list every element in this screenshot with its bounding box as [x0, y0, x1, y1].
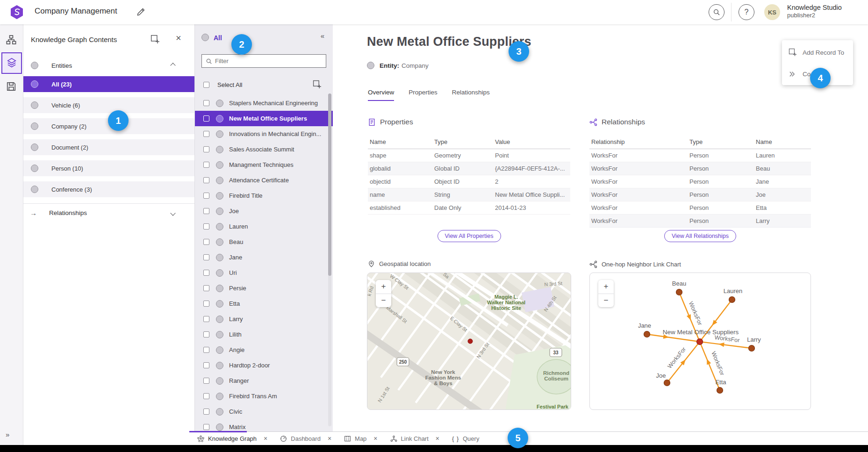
zoom-in-button[interactable]: +: [376, 280, 391, 294]
item-checkbox[interactable]: [203, 347, 209, 353]
one-hop-link-chart[interactable]: WorksForWorksForWorksForWorksForBeauLaur…: [589, 273, 811, 410]
item-checkbox[interactable]: [203, 409, 209, 415]
entity-list-item[interactable]: Uri: [195, 265, 333, 280]
entity-list-item[interactable]: Firebird Title: [195, 188, 333, 203]
entity-type-row[interactable]: Conference (3): [23, 181, 194, 197]
entity-list-item[interactable]: Lauren: [195, 219, 333, 234]
item-checkbox[interactable]: [203, 270, 209, 276]
geospatial-map[interactable]: 25033k RdW Clay StSaN 3rd StN 4th StMagg…: [367, 273, 571, 410]
zoom-out-button[interactable]: −: [376, 294, 391, 308]
record-tab[interactable]: Relationships: [452, 89, 490, 101]
entity-list-item[interactable]: Etta: [195, 296, 333, 311]
item-checkbox[interactable]: [203, 223, 209, 230]
view-tab[interactable]: { } Query ×: [452, 435, 479, 442]
item-checkbox[interactable]: [203, 162, 209, 168]
close-icon[interactable]: ×: [176, 33, 181, 43]
collapse-panel-icon[interactable]: «: [321, 32, 324, 40]
entity-list-item[interactable]: Beau: [195, 234, 333, 250]
item-checkbox[interactable]: [203, 393, 209, 399]
entity-type-row[interactable]: Person (10): [23, 160, 194, 176]
view-tab[interactable]: Link Chart ×: [390, 435, 444, 442]
entity-list-item[interactable]: Jane: [195, 250, 333, 265]
item-checkbox[interactable]: [203, 239, 209, 245]
item-checkbox[interactable]: [203, 100, 209, 106]
search-icon[interactable]: [709, 4, 725, 20]
item-checkbox[interactable]: [203, 254, 209, 260]
item-checkbox[interactable]: [203, 131, 209, 137]
close-tab-icon[interactable]: ×: [373, 435, 377, 442]
relationship-link[interactable]: WorksFor: [589, 188, 688, 201]
entity-list-item[interactable]: Firebird Trans Am: [195, 388, 333, 404]
relationships-group-header[interactable]: → Relationships: [23, 203, 194, 222]
entity-list-item[interactable]: Hardtop 2-door: [195, 358, 333, 373]
relationship-name-link[interactable]: Larry: [754, 215, 811, 228]
view-all-properties-button[interactable]: View All Properties: [438, 230, 501, 242]
close-tab-icon[interactable]: ×: [328, 435, 331, 442]
item-checkbox[interactable]: [203, 362, 209, 368]
relationship-name-link[interactable]: Jane: [754, 175, 811, 188]
item-checkbox[interactable]: [203, 331, 209, 337]
save-icon[interactable]: [6, 81, 17, 93]
entity-list-item[interactable]: Matrix: [195, 419, 333, 431]
entity-list-item[interactable]: Joe: [195, 203, 333, 219]
item-checkbox[interactable]: [203, 301, 209, 307]
zoom-in-button[interactable]: +: [598, 280, 614, 294]
entity-list-item[interactable]: Lilith: [195, 327, 333, 342]
entity-list-item[interactable]: Persie: [195, 280, 333, 296]
item-checkbox[interactable]: [203, 378, 209, 384]
relationship-link[interactable]: WorksFor: [589, 215, 688, 228]
item-checkbox[interactable]: [203, 208, 209, 214]
relationship-name-link[interactable]: Joe: [754, 188, 811, 201]
relationship-link[interactable]: WorksFor: [589, 175, 688, 188]
relationship-name-link[interactable]: Beau: [754, 162, 811, 175]
select-all-row[interactable]: Select All: [195, 78, 333, 92]
entity-type-row[interactable]: Vehicle (6): [23, 97, 194, 113]
add-record-icon[interactable]: [151, 35, 160, 44]
view-tab[interactable]: Dashboard ×: [280, 435, 336, 442]
item-checkbox[interactable]: [203, 177, 209, 183]
layers-icon[interactable]: [7, 57, 18, 69]
expand-rail-icon[interactable]: »: [6, 430, 8, 438]
entity-type-row[interactable]: All (23): [23, 76, 194, 92]
entity-list-item[interactable]: Staplers Mechanical Engineering: [195, 95, 333, 111]
scrollbar-thumb[interactable]: [328, 93, 331, 276]
item-checkbox[interactable]: [203, 115, 209, 122]
filter-input[interactable]: [215, 57, 326, 65]
help-icon[interactable]: ?: [739, 4, 754, 20]
item-checkbox[interactable]: [203, 146, 209, 152]
user-block[interactable]: Knowledge Studio publisher2: [787, 3, 842, 19]
entity-list-item[interactable]: Innovations in Mechanical Engin...: [195, 126, 333, 142]
entity-list-item[interactable]: Ranger: [195, 373, 333, 388]
relationship-link[interactable]: WorksFor: [589, 149, 688, 162]
item-checkbox[interactable]: [203, 193, 209, 199]
record-tab[interactable]: Overview: [368, 89, 394, 101]
entity-list-item[interactable]: Civic: [195, 404, 333, 419]
menu-item-add-record-to[interactable]: Add Record To: [782, 43, 853, 62]
add-record-icon[interactable]: [313, 80, 322, 89]
edit-title-icon[interactable]: [136, 7, 146, 16]
relationship-name-link[interactable]: Etta: [754, 201, 811, 215]
avatar[interactable]: KS: [764, 4, 780, 20]
entity-list-item[interactable]: Angie: [195, 342, 333, 358]
relationship-link[interactable]: WorksFor: [589, 201, 688, 215]
entity-list-item[interactable]: Managment Techniques: [195, 157, 333, 172]
entity-type-row[interactable]: Document (2): [23, 139, 194, 155]
relationship-link[interactable]: WorksFor: [589, 162, 688, 175]
entity-list-item[interactable]: Larry: [195, 311, 333, 327]
zoom-out-button[interactable]: −: [598, 294, 614, 308]
entity-list-item[interactable]: Attendance Certificate: [195, 172, 333, 188]
relationship-name-link[interactable]: Lauren: [754, 149, 811, 162]
entity-list-item[interactable]: Sales Associate Summit: [195, 142, 333, 157]
select-all-checkbox[interactable]: [203, 82, 209, 88]
close-tab-icon[interactable]: ×: [264, 435, 267, 442]
entities-group-header[interactable]: Entities: [23, 57, 194, 73]
data-model-icon[interactable]: [6, 35, 17, 46]
scrollbar-track[interactable]: [328, 93, 331, 426]
view-all-relationships-button[interactable]: View All Relationships: [664, 230, 736, 242]
view-tab[interactable]: Knowledge Graph ×: [197, 435, 272, 442]
view-tab[interactable]: Map ×: [344, 435, 382, 442]
item-checkbox[interactable]: [203, 285, 209, 291]
item-checkbox[interactable]: [203, 424, 209, 430]
entity-list-item[interactable]: New Metal Office Suppliers: [195, 111, 333, 126]
record-tab[interactable]: Properties: [409, 89, 438, 101]
